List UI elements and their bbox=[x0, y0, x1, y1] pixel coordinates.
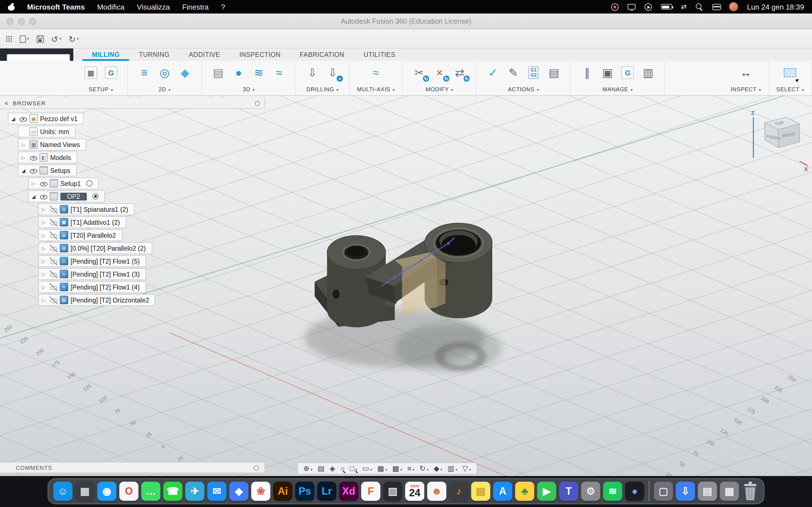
ribbon-group-label[interactable]: MANAGE bbox=[603, 83, 633, 95]
tree-row[interactable]: [Pending] [T2] Orizzontale2 bbox=[38, 294, 155, 306]
filter-icon[interactable]: ▽ bbox=[460, 463, 473, 474]
ribbon-group-label[interactable]: MODIFY bbox=[425, 83, 453, 95]
disclosure-triangle-icon[interactable] bbox=[20, 142, 27, 147]
visibility-eye-icon[interactable] bbox=[50, 257, 57, 265]
simulate-icon[interactable]: ✎ bbox=[504, 64, 522, 82]
system-preferences[interactable]: ⚙ bbox=[581, 482, 600, 501]
messages[interactable]: … bbox=[141, 482, 160, 501]
apple-menu-icon[interactable] bbox=[8, 3, 15, 11]
op-status-badge[interactable] bbox=[93, 193, 99, 200]
adaptive-clearing-icon[interactable]: ▤ bbox=[209, 64, 227, 82]
ribbon-tab[interactable]: MILLING bbox=[82, 48, 130, 61]
disclosure-triangle-icon[interactable] bbox=[20, 155, 27, 160]
drill-icon[interactable]: ⇩ bbox=[303, 64, 321, 82]
adobe-lightroom[interactable]: Lr bbox=[317, 482, 336, 501]
battery-icon[interactable] bbox=[661, 4, 672, 10]
tool-library-icon[interactable]: ∥ bbox=[578, 64, 596, 82]
menu-item[interactable]: ? bbox=[221, 3, 225, 11]
tree-row[interactable]: OP2 bbox=[28, 190, 105, 202]
contacts[interactable]: ☻ bbox=[427, 482, 446, 501]
disclosure-triangle-icon[interactable] bbox=[30, 180, 37, 186]
comments-options-icon[interactable] bbox=[254, 465, 259, 470]
disclosure-triangle-icon[interactable] bbox=[40, 219, 47, 225]
screen-mirroring-icon[interactable] bbox=[627, 4, 635, 10]
network-icon[interactable]: ⇄ bbox=[681, 3, 687, 10]
visibility-eye-icon[interactable] bbox=[40, 192, 47, 200]
visibility-eye-icon[interactable] bbox=[50, 296, 57, 304]
adobe-illustrator[interactable]: Ai bbox=[273, 482, 292, 501]
close-window-button[interactable] bbox=[7, 18, 13, 25]
disclosure-triangle-icon[interactable] bbox=[40, 258, 47, 264]
display-settings-icon[interactable]: ▭ bbox=[360, 463, 374, 474]
tree-row[interactable]: Setups bbox=[18, 165, 77, 176]
documents-folder[interactable]: ▤ bbox=[698, 482, 717, 501]
visibility-eye-icon[interactable] bbox=[40, 179, 47, 187]
ribbon-group-label[interactable]: DRILLING bbox=[306, 83, 339, 95]
visibility-eye-icon[interactable] bbox=[29, 154, 37, 161]
machine-library-icon[interactable]: ▣ bbox=[599, 64, 617, 82]
measure-icon[interactable]: ↔ bbox=[737, 64, 755, 82]
trim-toolpath-icon[interactable]: ✂ ↻ bbox=[410, 64, 428, 82]
generate-icon[interactable]: ✓ bbox=[484, 64, 502, 82]
setup-sheet-icon[interactable]: ▤ bbox=[545, 64, 563, 82]
steps-icon[interactable]: ≡ bbox=[405, 463, 417, 474]
menu-item[interactable]: Finestra bbox=[182, 3, 209, 11]
collapse-panel-icon[interactable] bbox=[4, 100, 8, 107]
ribbon-tab[interactable]: UTILITIES bbox=[354, 48, 405, 61]
ribbon-group-label[interactable]: 2D bbox=[158, 83, 170, 95]
playback-icon[interactable] bbox=[644, 3, 652, 10]
disclosure-triangle-icon[interactable] bbox=[40, 232, 47, 238]
post-library-icon[interactable]: G bbox=[619, 64, 637, 82]
panel-options-icon[interactable] bbox=[255, 101, 260, 106]
new-setup-icon[interactable]: ▦ bbox=[82, 64, 100, 82]
downloads-stack[interactable]: ⇩ bbox=[676, 482, 695, 501]
recording-indicator-icon[interactable] bbox=[611, 3, 618, 10]
isolate-icon[interactable]: ◆ bbox=[432, 463, 445, 474]
ribbon-tab[interactable]: INSPECTION bbox=[230, 48, 290, 61]
thread-icon[interactable]: ⇩ + bbox=[324, 64, 342, 82]
redo-button[interactable]: ↻▾ bbox=[68, 35, 79, 43]
notes[interactable]: ▤ bbox=[471, 482, 490, 501]
tree-row[interactable]: Setup1 bbox=[28, 177, 99, 189]
photos[interactable]: ❀ bbox=[251, 482, 270, 501]
fit-icon[interactable]: □ bbox=[348, 463, 359, 474]
siri[interactable]: ● bbox=[625, 482, 644, 501]
visibility-eye-icon[interactable] bbox=[50, 283, 57, 291]
ribbon-tab[interactable]: FABRICATION bbox=[290, 48, 354, 61]
tree-row[interactable]: [Pending] [T2] Flow1 (5) bbox=[38, 255, 146, 267]
look-at-icon[interactable]: ▤ bbox=[315, 463, 327, 474]
final-cut[interactable]: ▨ bbox=[383, 482, 402, 501]
disclosure-triangle-icon[interactable] bbox=[40, 284, 47, 290]
active-app-menu[interactable]: Microsoft Teams bbox=[27, 3, 85, 11]
tree-row[interactable]: Models bbox=[18, 152, 77, 163]
2d-pocket-icon[interactable]: ◎ bbox=[156, 64, 174, 82]
app-launcher-icon[interactable] bbox=[6, 36, 12, 42]
disclosure-triangle-icon[interactable] bbox=[40, 207, 47, 212]
tree-row[interactable]: [T1] Adattivo1 (2) bbox=[38, 216, 126, 228]
orbit-icon[interactable]: ⊕ bbox=[301, 463, 315, 474]
spotify[interactable]: ≋ bbox=[603, 482, 622, 501]
adobe-xd[interactable]: Xd bbox=[339, 482, 358, 501]
tree-row[interactable]: Named Views bbox=[18, 138, 86, 151]
zoom-window-button[interactable] bbox=[29, 18, 36, 25]
ribbon-group-label[interactable]: 3D bbox=[243, 83, 255, 95]
menu-item[interactable]: Visualizza bbox=[137, 3, 170, 11]
op-status-badge[interactable] bbox=[87, 180, 93, 186]
tree-row[interactable]: [T20] Parallelo2 bbox=[38, 229, 122, 241]
swarf-icon[interactable]: ≈ bbox=[367, 64, 385, 82]
microsoft-teams[interactable]: T bbox=[559, 482, 578, 501]
undo-button[interactable]: ↺▾ bbox=[51, 35, 61, 43]
finder[interactable]: ☺ bbox=[53, 482, 72, 501]
parallel-icon[interactable]: ≋ bbox=[250, 64, 268, 82]
tree-row[interactable]: [T1] Spianatura1 (2) bbox=[38, 203, 135, 215]
whatsapp[interactable]: ☎ bbox=[163, 482, 183, 501]
app-store[interactable]: A bbox=[493, 482, 512, 501]
calendar[interactable]: GEN 24 bbox=[405, 482, 424, 501]
visibility-eye-icon[interactable] bbox=[50, 218, 57, 226]
disclosure-triangle-icon[interactable] bbox=[40, 271, 47, 277]
ribbon-group-label[interactable]: SETUP bbox=[89, 83, 113, 95]
zoom-icon[interactable]: ○ bbox=[338, 463, 347, 474]
view-cube[interactable]: Z X TOP FRONT RIGHT bbox=[746, 108, 812, 171]
2d-contour-icon[interactable]: ◆ bbox=[176, 64, 194, 82]
ribbon-tab[interactable]: ADDITIVE bbox=[179, 48, 230, 61]
